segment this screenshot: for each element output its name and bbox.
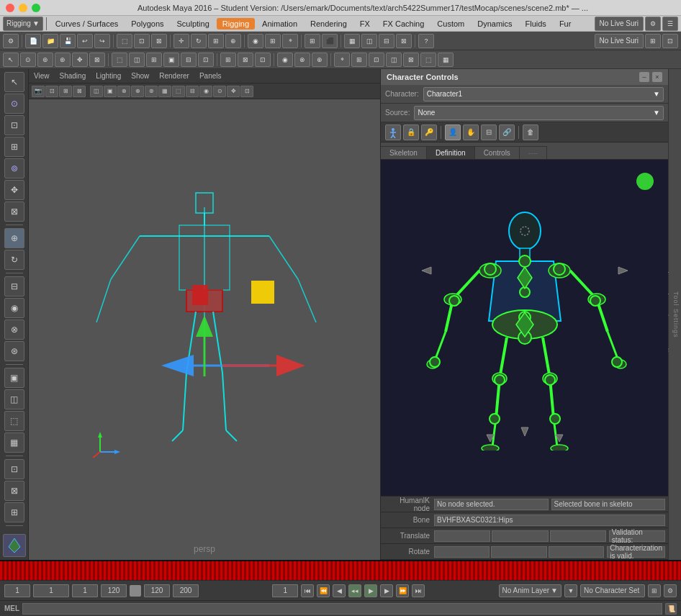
lt-extra7[interactable]: ⊞ (4, 502, 24, 522)
tb2-btn7[interactable]: ⬚ (112, 53, 127, 67)
frame-display[interactable]: 1 (33, 584, 69, 597)
tb-move[interactable]: ✛ (173, 34, 189, 48)
tb-input[interactable]: ▦ (344, 34, 360, 48)
tb2-rig3[interactable]: ⊕ (312, 53, 328, 67)
prev-frame-btn[interactable]: ◀ (333, 584, 346, 597)
next-key-btn[interactable]: ⏩ (396, 584, 409, 597)
panel-minimize[interactable]: – (639, 72, 649, 82)
next-end-btn[interactable]: ⏭ (412, 584, 425, 597)
vt-btn10[interactable]: ▦ (158, 86, 171, 97)
vp-menu-panels[interactable]: Panels (197, 72, 224, 80)
tb-sym[interactable]: ⊞ (265, 34, 281, 48)
lt-char[interactable] (3, 534, 26, 557)
menu-fluids[interactable]: Fluids (520, 18, 552, 30)
tb2-snap4[interactable]: ◫ (386, 53, 402, 67)
tb2-snap3[interactable]: ⊡ (369, 53, 384, 67)
tb-lasso[interactable]: ⊡ (134, 34, 150, 48)
vt-btn2[interactable]: ⊡ (45, 86, 58, 97)
lt-snap4[interactable]: ⊛ (4, 341, 24, 361)
tb2-btn10[interactable]: ▣ (163, 53, 179, 67)
tab-skeleton[interactable]: Skeleton (381, 146, 427, 159)
tb2-snap2[interactable]: ⊞ (351, 53, 367, 67)
tb-scale[interactable]: ⊞ (208, 34, 224, 48)
lt-select[interactable]: ↖ (4, 72, 24, 92)
tab-controls[interactable]: Controls (475, 146, 520, 159)
vt-btn6[interactable]: ▣ (104, 86, 117, 97)
anim-layer-btn[interactable]: ▼ (564, 584, 577, 597)
lt-extra5[interactable]: ⊡ (4, 459, 24, 479)
translate-z[interactable] (550, 530, 606, 542)
timeline-range-handle[interactable] (130, 585, 141, 597)
tb2-rig1[interactable]: ◉ (277, 53, 293, 67)
menu-rigging[interactable]: Rigging (217, 18, 255, 30)
lt-lasso[interactable]: ⊙ (4, 94, 24, 114)
vt-btn14[interactable]: ⊙ (213, 86, 226, 97)
char-set-btn1[interactable]: ⊞ (648, 584, 661, 597)
lt-extra4[interactable]: ▦ (4, 432, 24, 453)
settings-btn[interactable]: ⚙ (3, 34, 19, 48)
lt-extra3[interactable]: ⬚ (4, 411, 24, 431)
tab-definition[interactable]: Definition (427, 146, 475, 159)
vt-btn5[interactable]: ◫ (90, 86, 103, 97)
menu-rendering[interactable]: Rendering (305, 18, 353, 30)
viewport-canvas[interactable]: persp (29, 99, 380, 560)
minimize-button[interactable] (19, 4, 27, 12)
tb-extra1[interactable]: ⊞ (645, 34, 661, 48)
save-btn[interactable]: 💾 (60, 34, 76, 48)
play-btn[interactable]: ▶ (364, 584, 377, 597)
character-select[interactable]: Character1 ▼ (423, 87, 664, 101)
prev-key-btn[interactable]: ⏪ (317, 584, 330, 597)
range-end-display[interactable]: 120 (144, 584, 170, 597)
module-dropdown[interactable]: Rigging ▼ (3, 17, 43, 31)
frame-end[interactable]: 120 (101, 584, 127, 597)
vt-btn3[interactable]: ⊞ (59, 86, 72, 97)
tb-select[interactable]: ⬚ (117, 34, 132, 48)
char-icon-key[interactable]: 🔑 (421, 124, 437, 140)
vt-btn7[interactable]: ⊗ (117, 86, 130, 97)
rs-tool-settings[interactable]: Tool Settings (671, 286, 681, 344)
vp-menu-lighting[interactable]: Lighting (94, 72, 123, 80)
toolbar-icon-2[interactable]: ☰ (662, 17, 678, 31)
tb2-btn11[interactable]: ⊟ (181, 53, 197, 67)
menu-custom[interactable]: Custom (431, 18, 470, 30)
tb-universal[interactable]: ⊕ (225, 34, 241, 48)
char-icon-lock[interactable]: 🔒 (403, 124, 419, 140)
tb-paint[interactable]: ⊠ (151, 34, 167, 48)
open-btn[interactable]: 📁 (42, 34, 58, 48)
new-btn[interactable]: 📄 (25, 34, 41, 48)
tb2-btn8[interactable]: ◫ (129, 53, 145, 67)
tb2-anim3[interactable]: ⊡ (255, 53, 271, 67)
character-figure-area[interactable] (381, 160, 668, 496)
menu-animation[interactable]: Animation (256, 18, 303, 30)
tb-extra2[interactable]: ⊡ (662, 34, 678, 48)
vt-btn4[interactable]: ⊠ (73, 86, 86, 97)
tb2-snap1[interactable]: ⌖ (334, 53, 350, 67)
lt-btn4[interactable]: ⊞ (4, 137, 24, 157)
menu-fur[interactable]: Fur (554, 18, 577, 30)
vt-btn16[interactable]: ⊡ (240, 86, 253, 97)
translate-x[interactable] (434, 530, 490, 542)
tb-attr[interactable]: ⊠ (396, 34, 412, 48)
tb2-btn5[interactable]: ✥ (72, 53, 88, 67)
lt-snap2[interactable]: ◉ (4, 298, 24, 318)
char-set-btn2[interactable]: ⚙ (664, 584, 677, 597)
tb2-lasso[interactable]: ⊙ (20, 53, 36, 67)
menu-sculpting[interactable]: Sculpting (171, 18, 215, 30)
menu-polygons[interactable]: Polygons (125, 18, 169, 30)
lt-btn7[interactable]: ⊠ (4, 201, 24, 222)
menu-fx-caching[interactable]: FX Caching (377, 18, 430, 30)
lt-extra1[interactable]: ▣ (4, 368, 24, 388)
rotate-y[interactable] (491, 546, 546, 558)
tb2-select[interactable]: ↖ (3, 53, 19, 67)
source-select[interactable]: None ▼ (414, 106, 664, 120)
vt-btn13[interactable]: ◉ (199, 86, 212, 97)
char-icon-body[interactable]: 👤 (445, 124, 461, 140)
tb2-anim1[interactable]: ⊞ (220, 53, 236, 67)
tb-btn5[interactable]: ↪ (94, 34, 110, 48)
lt-paint[interactable]: ⊡ (4, 115, 24, 135)
tb-render2[interactable]: ⊟ (379, 34, 394, 48)
tb-help[interactable]: ? (418, 34, 434, 48)
char-icon-hand[interactable]: ✋ (463, 124, 479, 140)
tb2-snap7[interactable]: ▦ (438, 53, 454, 67)
menu-fx[interactable]: FX (354, 18, 376, 30)
